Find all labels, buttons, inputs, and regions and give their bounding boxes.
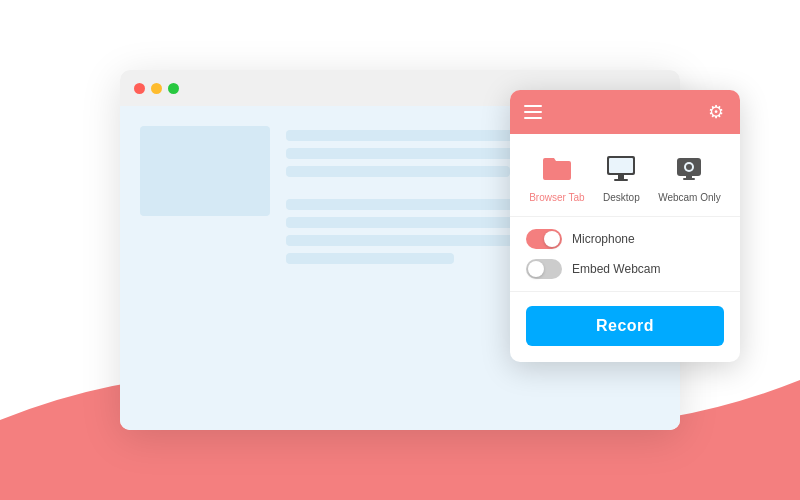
toggles-area: Microphone Embed Webcam [510, 217, 740, 292]
webcam-icon [671, 150, 707, 186]
popup-header: ⚙ [510, 90, 740, 134]
dot-red [134, 83, 145, 94]
dot-green [168, 83, 179, 94]
embed-webcam-toggle[interactable] [526, 259, 562, 279]
microphone-toggle[interactable] [526, 229, 562, 249]
gear-icon[interactable]: ⚙ [706, 102, 726, 122]
svg-rect-1 [618, 175, 624, 179]
svg-point-6 [686, 164, 692, 170]
record-button[interactable]: Record [526, 306, 724, 346]
toggle-knob [544, 231, 560, 247]
svg-rect-8 [683, 178, 695, 180]
embed-webcam-label: Embed Webcam [572, 262, 660, 276]
popup-options: Browser Tab Desktop [510, 134, 740, 217]
popup-panel: ⚙ Browser Tab [510, 90, 740, 362]
hamburger-icon[interactable] [524, 105, 542, 119]
browser-window: ⚙ Browser Tab [120, 70, 680, 430]
toggle-knob [528, 261, 544, 277]
desktop-icon [603, 150, 639, 186]
option-browser-tab[interactable]: Browser Tab [529, 150, 584, 204]
microphone-toggle-row: Microphone [526, 229, 724, 249]
microphone-label: Microphone [572, 232, 635, 246]
dot-yellow [151, 83, 162, 94]
option-webcam-only[interactable]: Webcam Only [658, 150, 721, 204]
folder-icon [539, 150, 575, 186]
content-line [286, 166, 510, 177]
record-area: Record [510, 292, 740, 362]
desktop-label: Desktop [603, 192, 640, 204]
svg-rect-3 [609, 158, 633, 173]
svg-rect-2 [614, 179, 628, 181]
content-line [286, 253, 454, 264]
embed-webcam-toggle-row: Embed Webcam [526, 259, 724, 279]
svg-rect-7 [686, 176, 692, 178]
browser-tab-label: Browser Tab [529, 192, 584, 204]
option-desktop[interactable]: Desktop [603, 150, 640, 204]
browser-left-panel [140, 126, 270, 410]
webcam-only-label: Webcam Only [658, 192, 721, 204]
browser-image-placeholder [140, 126, 270, 216]
